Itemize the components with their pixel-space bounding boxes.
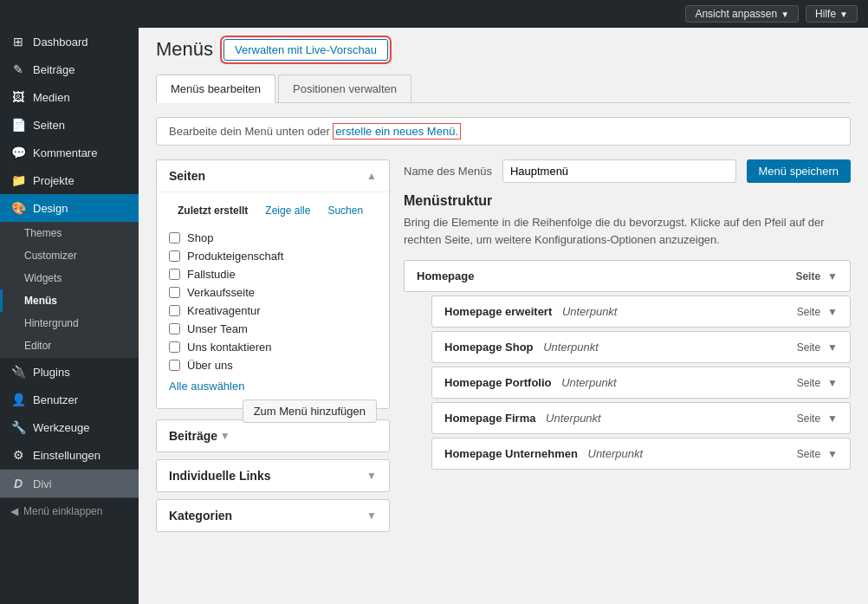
list-item: Uns kontaktieren <box>169 338 377 356</box>
homepage-firma-label: Homepage Firma <box>444 412 535 425</box>
seiten-subtabs: Zuletzt erstellt Zeige alle Suchen <box>169 201 377 220</box>
homepage-unternehmen-type: Unterpunkt <box>588 447 644 460</box>
hilfe-arrow-icon: ▼ <box>839 10 848 19</box>
menu-item-homepage-portfolio[interactable]: Homepage Portfolio Unterpunkt Seite ▼ <box>431 367 851 399</box>
homepage-type: Seite <box>795 270 820 283</box>
sidebar-item-kommentare[interactable]: 💬 Kommentare <box>0 139 139 166</box>
sidebar-item-design[interactable]: 🎨 Design <box>0 194 139 222</box>
links-panel-header[interactable]: Individuelle Links ▼ <box>157 460 389 491</box>
homepage-erweitert-type-label: Seite <box>797 306 820 318</box>
menu-item-homepage-unternehmen[interactable]: Homepage Unternehmen Unterpunkt Seite ▼ <box>431 438 851 470</box>
sidebar-item-widgets[interactable]: Widgets <box>0 267 139 289</box>
sidebar-item-werkzeuge[interactable]: 🔧 Werkzeuge <box>0 413 139 441</box>
homepage-firma-arrow-icon[interactable]: ▼ <box>827 412 838 425</box>
sidebar-item-einstellungen[interactable]: ⚙ Einstellungen <box>0 441 139 469</box>
unser-team-checkbox[interactable] <box>169 323 180 334</box>
kreativagentur-label: Kreativagentur <box>187 304 261 317</box>
seiten-checkbox-list: Shop Produkteigenschaft Fallstudie <box>169 229 377 374</box>
links-arrow-icon: ▼ <box>366 470 377 482</box>
page-title: Menüs <box>156 38 213 61</box>
sidebar-item-seiten[interactable]: 📄 Seiten <box>0 111 139 139</box>
projekte-icon: 📁 <box>10 173 26 187</box>
list-item: Unser Team <box>169 320 377 338</box>
kategorien-arrow-icon: ▼ <box>366 510 377 522</box>
medien-icon: 🖼 <box>10 90 26 104</box>
sidebar-collapse-button[interactable]: ◀ Menü einklappen <box>0 497 139 524</box>
kategorien-panel-header[interactable]: Kategorien ▼ <box>157 500 389 531</box>
menu-item-homepage[interactable]: Homepage Seite ▼ <box>404 260 851 292</box>
fallstudie-checkbox[interactable] <box>169 269 180 280</box>
sidebar-item-divi[interactable]: D Divi <box>0 469 139 497</box>
tab-bearbeiten[interactable]: Menüs bearbeiten <box>156 75 275 103</box>
hilfe-button[interactable]: Hilfe ▼ <box>806 5 858 23</box>
sidebar-item-hintergrund[interactable]: Hintergrund <box>0 312 139 334</box>
sidebar-item-customizer[interactable]: Customizer <box>0 244 139 267</box>
sidebar-item-menues[interactable]: Menüs <box>0 289 139 312</box>
homepage-shop-type: Unterpunkt <box>543 341 599 354</box>
sidebar-item-medien[interactable]: 🖼 Medien <box>0 83 139 111</box>
sidebar-item-projekte[interactable]: 📁 Projekte <box>0 166 139 194</box>
add-to-menu-button[interactable]: Zum Menü hinzufügen <box>243 399 377 423</box>
sidebar-item-beitraege[interactable]: ✎ Beiträge <box>0 55 139 83</box>
menu-item-homepage-erweitert[interactable]: Homepage erweitert Unterpunkt Seite ▼ <box>431 296 851 328</box>
verkaufsseite-label: Verkaufsseite <box>187 286 255 299</box>
tab-positionen[interactable]: Positionen verwalten <box>278 75 411 102</box>
menu-name-input[interactable] <box>502 159 736 183</box>
main-content: Menüs Verwalten mit Live-Vorschau Menüs … <box>139 28 868 604</box>
homepage-portfolio-type: Unterpunkt <box>561 376 617 389</box>
produkteigenschaft-checkbox[interactable] <box>169 250 180 262</box>
unser-team-label: Unser Team <box>187 322 248 335</box>
subtab-alle[interactable]: Zeige alle <box>256 201 319 220</box>
beitraege-panel-header[interactable]: Beiträge ▼ <box>157 420 243 451</box>
sidebar-item-themes[interactable]: Themes <box>0 222 139 244</box>
menu-name-row: Name des Menüs Menü speichern <box>404 159 851 183</box>
ansicht-arrow-icon: ▼ <box>781 10 789 19</box>
homepage-portfolio-label: Homepage Portfolio <box>444 376 552 389</box>
homepage-portfolio-arrow-icon[interactable]: ▼ <box>827 377 838 389</box>
right-panel: Name des Menüs Menü speichern Menüstrukt… <box>404 159 851 539</box>
live-preview-button[interactable]: Verwalten mit Live-Vorschau <box>223 39 388 61</box>
tab-bar: Menüs bearbeiten Positionen verwalten <box>156 75 851 103</box>
benutzer-icon: 👤 <box>10 393 26 406</box>
shop-checkbox[interactable] <box>169 232 180 244</box>
homepage-shop-arrow-icon[interactable]: ▼ <box>827 341 838 354</box>
homepage-erweitert-arrow-icon[interactable]: ▼ <box>827 306 838 318</box>
ueber-uns-checkbox[interactable] <box>169 360 180 371</box>
sidebar-item-editor[interactable]: Editor <box>0 334 139 357</box>
sidebar-item-benutzer[interactable]: 👤 Benutzer <box>0 386 139 413</box>
uns-kontaktieren-label: Uns kontaktieren <box>187 341 272 354</box>
homepage-label: Homepage <box>417 270 474 283</box>
seiten-panel-body: Zuletzt erstellt Zeige alle Suchen Shop <box>157 192 389 408</box>
verkaufsseite-checkbox[interactable] <box>169 287 180 298</box>
menu-item-homepage-firma[interactable]: Homepage Firma Unterpunkt Seite ▼ <box>431 402 851 434</box>
menu-structure-title: Menüstruktur <box>404 193 851 209</box>
sidebar-item-plugins[interactable]: 🔌 Plugins <box>0 357 139 386</box>
homepage-unternehmen-label: Homepage Unternehmen <box>444 447 578 460</box>
kategorien-title: Kategorien <box>169 509 232 523</box>
uns-kontaktieren-checkbox[interactable] <box>169 341 180 353</box>
sidebar-item-dashboard[interactable]: ⊞ Dashboard <box>0 28 139 55</box>
subtab-suchen[interactable]: Suchen <box>319 201 372 220</box>
beitraege-title: Beiträge <box>169 429 217 443</box>
kreativagentur-checkbox[interactable] <box>169 305 180 316</box>
seiten-panel-header[interactable]: Seiten ▲ <box>157 160 389 192</box>
homepage-firma-type: Unterpunkt <box>546 412 601 425</box>
menu-item-homepage-shop[interactable]: Homepage Shop Unterpunkt Seite ▼ <box>431 331 851 363</box>
list-item: Verkaufsseite <box>169 283 377 302</box>
create-menu-link[interactable]: erstelle ein neues Menü. <box>333 123 461 140</box>
homepage-portfolio-type-label: Seite <box>797 377 820 389</box>
notice-text: Bearbeite dein Menü unten oder <box>169 125 333 138</box>
homepage-unternehmen-arrow-icon[interactable]: ▼ <box>827 448 838 460</box>
seiten-collapse-icon: ▲ <box>366 170 377 182</box>
ansicht-anpassen-button[interactable]: Ansicht anpassen ▼ <box>685 5 799 23</box>
select-all-link[interactable]: Alle auswählen <box>169 380 377 393</box>
save-menu-button[interactable]: Menü speichern <box>747 159 852 183</box>
homepage-arrow-icon[interactable]: ▼ <box>827 270 838 283</box>
beitraege-arrow-icon: ▼ <box>220 430 230 442</box>
seiten-panel-title: Seiten <box>169 169 205 183</box>
layout: ⊞ Dashboard ✎ Beiträge 🖼 Medien 📄 Seiten… <box>0 28 868 604</box>
list-item: Kreativagentur <box>169 302 377 320</box>
subtab-zuletzt[interactable]: Zuletzt erstellt <box>169 201 256 220</box>
left-panel: Seiten ▲ Zuletzt erstellt Zeige alle Suc… <box>156 159 390 539</box>
homepage-erweitert-label: Homepage erweitert <box>444 305 552 318</box>
